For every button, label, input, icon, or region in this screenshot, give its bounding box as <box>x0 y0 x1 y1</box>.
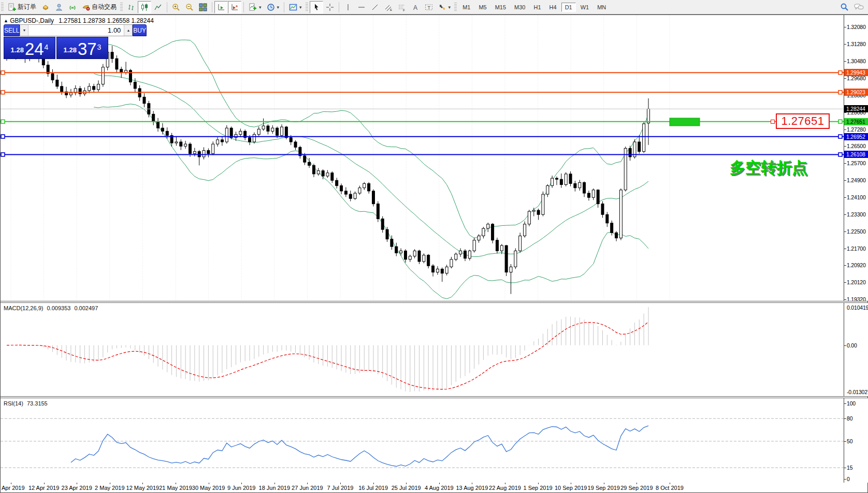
trendline-icon <box>371 3 379 11</box>
auto-scroll-icon <box>217 3 225 11</box>
date-axis[interactable]: 3 Apr 201912 Apr 201923 Apr 20192 May 20… <box>1 483 867 492</box>
chart-note-text[interactable]: 多空转折点 <box>730 157 807 179</box>
text-label-icon: T <box>425 3 433 11</box>
zoom-out-button[interactable] <box>183 1 196 13</box>
new-order-button[interactable]: 新订单 <box>5 1 39 13</box>
date-tick-mark <box>176 483 176 484</box>
date-tick-label: 8 Oct 2019 <box>646 485 693 491</box>
price-tick-label: 1.23300 <box>847 211 866 218</box>
chart-gold-button[interactable] <box>39 1 52 13</box>
rsi-axis[interactable]: 1008050150 <box>844 398 868 483</box>
search-icon[interactable] <box>840 3 849 11</box>
axis-tick-mark <box>844 468 846 468</box>
rsi-pane[interactable]: RSI(14) 73.3155 <box>1 398 844 483</box>
collapse-panel-arrow[interactable]: ▲ <box>4 18 8 23</box>
new-order-icon <box>8 3 16 11</box>
macd-axis-zero: 0.00 <box>847 342 857 349</box>
price-chart-pane[interactable] <box>1 15 844 301</box>
template-button[interactable]: ▾ <box>286 1 305 13</box>
auto-scroll-button[interactable] <box>214 1 228 13</box>
sell-button[interactable]: SELL <box>4 24 20 36</box>
autotrade-button[interactable]: 自动交易 <box>79 1 119 13</box>
period-clock-button[interactable]: ▾ <box>264 1 282 13</box>
macd-axis[interactable]: 0.0104190.00-0.013027 <box>844 303 868 396</box>
pivot-price-callout[interactable]: 1.27651 <box>776 113 830 129</box>
timeframe-H1[interactable]: H1 <box>530 3 545 12</box>
rsi-tick-label: 15 <box>847 465 852 471</box>
svg-text:E: E <box>390 8 392 11</box>
fibonacci-button[interactable]: F <box>395 1 409 13</box>
volume-input[interactable] <box>28 25 124 36</box>
text-button[interactable]: A <box>409 1 422 13</box>
axis-tick-mark <box>844 403 846 404</box>
pivot-anchor-handle[interactable] <box>771 120 775 124</box>
price-tick-label: 1.30480 <box>847 58 866 64</box>
toolbar-grip[interactable] <box>454 3 457 12</box>
price-axis[interactable]: 1.320801.312801.304801.296801.288801.280… <box>844 15 868 301</box>
price-tick-label: 1.24900 <box>847 177 866 183</box>
arrows-button[interactable]: ▾ <box>436 1 454 13</box>
text-icon: A <box>411 3 419 11</box>
line-chart-button[interactable] <box>151 1 165 13</box>
rsi-tick-label: 50 <box>847 438 852 444</box>
timeframe-M30[interactable]: M30 <box>511 3 529 12</box>
signal-button[interactable] <box>66 1 79 13</box>
buy-price-quote[interactable]: 1.28 37 3 <box>56 37 108 59</box>
timeframe-MN[interactable]: MN <box>594 3 610 12</box>
date-tick-mark <box>110 483 110 484</box>
bar-chart-button[interactable] <box>124 1 138 13</box>
rsi-chart[interactable] <box>1 398 844 483</box>
indicators-button[interactable]: ▾ <box>246 1 264 13</box>
macd-signal-value: 0.002497 <box>74 305 98 311</box>
sell-price-pip: 4 <box>45 37 49 57</box>
vertical-line-button[interactable] <box>341 1 355 13</box>
candlestick-chart[interactable] <box>1 15 844 301</box>
signal-icon <box>68 3 77 11</box>
macd-chart[interactable] <box>1 303 844 396</box>
date-tick-mark <box>11 483 11 484</box>
profile-button[interactable] <box>52 1 66 13</box>
trendline-button[interactable] <box>368 1 382 13</box>
tile-windows-icon <box>199 3 207 11</box>
toolbar-grip[interactable] <box>1 3 4 12</box>
cursor-button[interactable] <box>310 1 323 13</box>
crosshair-icon <box>326 3 334 11</box>
timeframe-M5[interactable]: M5 <box>475 3 490 12</box>
text-label-button[interactable]: T <box>422 1 436 13</box>
timeframe-D1[interactable]: D1 <box>561 3 576 12</box>
timeframe-M1[interactable]: M1 <box>459 3 474 12</box>
candlestick-button[interactable] <box>138 1 151 13</box>
crosshair-button[interactable] <box>323 1 337 13</box>
rsi-tick-label: 100 <box>847 400 856 407</box>
volume-increase-button[interactable]: ▲ <box>124 25 132 36</box>
svg-text:T: T <box>427 5 430 10</box>
date-tick-mark <box>307 483 308 484</box>
macd-axis-min: -0.013027 <box>847 389 868 395</box>
macd-pane[interactable]: MACD(12,26,9) 0.009353 0.002497 <box>1 303 844 396</box>
volume-decrease-button[interactable]: ▼ <box>20 25 28 36</box>
timeframe-M15[interactable]: M15 <box>491 3 510 12</box>
chevron-down-icon: ▾ <box>277 5 280 10</box>
timeframe-W1[interactable]: W1 <box>577 3 593 12</box>
zoom-in-button[interactable] <box>169 1 183 13</box>
date-tick-mark <box>142 483 143 484</box>
sell-price-quote[interactable]: 1.28 24 4 <box>4 37 55 59</box>
buy-button[interactable]: BUY <box>133 24 147 36</box>
period-clock-icon <box>267 3 275 11</box>
horizontal-line-button[interactable] <box>355 1 368 13</box>
toolbar-grip[interactable] <box>120 3 123 12</box>
chart-shift-button[interactable] <box>228 1 241 13</box>
axis-tick-mark <box>844 345 846 346</box>
timeframe-H4[interactable]: H4 <box>546 3 560 12</box>
horizontal-line-icon <box>357 3 366 11</box>
channel-button[interactable]: E <box>382 1 395 13</box>
date-tick-mark <box>340 483 341 484</box>
chart-title: ▲ GBPUSD-,Daily 1.27581 1.28738 1.26558 … <box>4 17 154 24</box>
chart-shift-icon <box>230 3 239 11</box>
tile-windows-button[interactable] <box>196 1 210 13</box>
chevron-down-icon: ▾ <box>299 5 302 10</box>
vertical-line-icon <box>344 3 352 11</box>
axis-tick-mark <box>844 197 846 198</box>
chat-icon[interactable] <box>854 3 864 11</box>
toolbar-grip[interactable] <box>306 3 308 12</box>
